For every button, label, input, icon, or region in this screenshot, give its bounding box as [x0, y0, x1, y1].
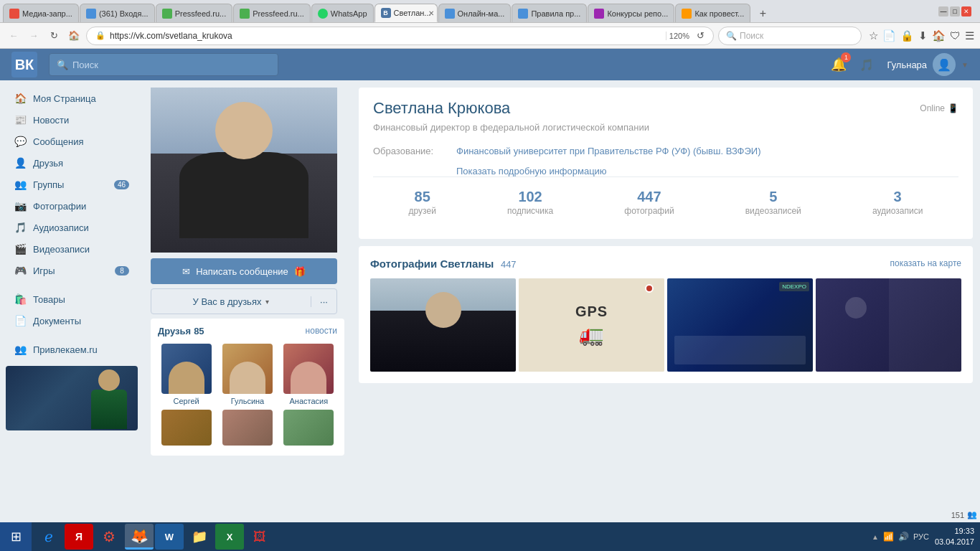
tab-2-label: (361) Входя...	[99, 9, 149, 18]
friend-4[interactable]	[158, 410, 215, 448]
sidebar-promo[interactable]	[6, 366, 138, 430]
sidebar-label-audio: Аудиозаписи	[33, 222, 129, 233]
sidebar-item-audio[interactable]: 🎵 Аудиозаписи	[3, 217, 141, 238]
taskbar-ie[interactable]: ℯ	[34, 524, 63, 550]
tab-10-label: Как провест...	[694, 9, 744, 18]
browser-search-bar[interactable]: 🔍 Поиск	[718, 27, 862, 45]
home-button[interactable]: 🏠	[66, 28, 82, 44]
friend-6[interactable]	[281, 410, 337, 448]
show-on-map-link[interactable]: показать на карте	[890, 258, 962, 268]
profile-photo-inner	[151, 88, 337, 253]
sidebar-label-goods: Товары	[33, 294, 129, 305]
sidebar-item-news[interactable]: 📰 Новости	[3, 109, 141, 131]
education-label: Образование:	[373, 144, 445, 156]
tab-2[interactable]: (361) Входя...	[80, 4, 155, 22]
show-more-link[interactable]: Показать подробную информацию	[456, 166, 958, 176]
stat-videos[interactable]: 5 видеозаписей	[745, 189, 801, 216]
taskbar-explorer[interactable]: 📁	[185, 524, 214, 550]
tab-6-close[interactable]: ✕	[428, 9, 434, 17]
maximize-button[interactable]: □	[950, 6, 960, 17]
systray-up-arrow[interactable]: ▲	[872, 533, 879, 541]
friend-avatar-4	[161, 410, 212, 446]
notifications-button[interactable]: 🔔 1	[831, 57, 847, 72]
pocket-icon[interactable]: 🔒	[900, 29, 914, 42]
sidebar-item-video[interactable]: 🎬 Видеозаписи	[3, 238, 141, 260]
taskbar-firefox[interactable]: 🦊	[125, 524, 154, 550]
new-tab-button[interactable]: +	[754, 5, 771, 22]
date-display: 03.04.2017	[935, 537, 974, 547]
tab-3[interactable]: Pressfeed.ru...	[156, 4, 233, 22]
tab-7[interactable]: Онлайн-ма...	[438, 4, 512, 22]
sidebar-item-groups[interactable]: 👥 Группы 46	[3, 174, 141, 195]
tab-8[interactable]: Правила пр...	[512, 4, 587, 22]
photo-item-1[interactable]	[370, 278, 516, 372]
sidebar-item-messages[interactable]: 💬 Сообщения	[3, 131, 141, 152]
photo-item-3[interactable]: NDEXPО	[667, 278, 813, 372]
friends-novosti-link[interactable]: новости	[306, 326, 337, 336]
photo-item-2[interactable]: GPS 🚛	[519, 278, 664, 372]
back-button[interactable]: ←	[6, 28, 22, 44]
photo-item-4[interactable]	[816, 278, 961, 372]
music-button[interactable]: 🎵	[859, 58, 874, 72]
tab-7-favicon	[445, 9, 455, 19]
education-value[interactable]: Финансовый университет при Правительстве…	[456, 144, 761, 159]
friend-gulsina[interactable]: Гульсина	[219, 344, 275, 405]
taskbar-app3[interactable]: ⚙	[95, 524, 123, 550]
taskbar-excel[interactable]: X	[215, 524, 244, 550]
vk-search-bar[interactable]: 🔍 Поиск	[49, 53, 278, 76]
tab-4[interactable]: Pressfeed.ru...	[233, 4, 311, 22]
minimize-button[interactable]: —	[938, 6, 948, 17]
browser-toolbar-icons: ☆ 📄 🔒 ⬇ 🏠 🛡 ☰	[869, 29, 974, 42]
reader-icon[interactable]: 📄	[882, 29, 896, 42]
forward-button[interactable]: →	[26, 28, 42, 44]
shield-icon[interactable]: 🛡	[950, 29, 961, 42]
sidebar-item-friends[interactable]: 👤 Друзья	[3, 152, 141, 174]
friend-btn-main[interactable]: У Вас в друзьях ▾	[151, 296, 311, 307]
friend-anastasia[interactable]: Анастасия	[281, 344, 337, 405]
friend-5[interactable]	[219, 410, 275, 448]
stat-subscribers[interactable]: 102 подписчика	[507, 189, 553, 216]
tab-whatsapp[interactable]: WhatsApp	[311, 4, 374, 22]
stat-friends[interactable]: 85 друзей	[409, 189, 436, 216]
sidebar-item-goods[interactable]: 🛍️ Товары	[3, 288, 141, 310]
tab-1[interactable]: Медиа-запр...	[3, 4, 79, 22]
sidebar-item-photos[interactable]: 📷 Фотографии	[3, 195, 141, 217]
friend-name-sergey: Сергей	[158, 397, 215, 405]
tab-10[interactable]: Как провест...	[675, 4, 750, 22]
menu-icon[interactable]: ☰	[965, 29, 974, 42]
taskbar-apps: ℯ Я ⚙ 🦊 W 📁 X 🖼	[32, 524, 277, 550]
taskbar-word[interactable]: W	[155, 524, 184, 550]
sidebar-item-games[interactable]: 🎮 Игры 8	[3, 260, 141, 281]
vk-logo[interactable]: ВК	[11, 52, 37, 77]
url-bar[interactable]: 🔒 https://vk.com/svetlana_krukova 120% ↺	[86, 27, 714, 45]
tab-6-favicon: В	[381, 8, 391, 18]
main-layout: 🏠 Моя Страница 📰 Новости 💬 Сообщения 👤 Д…	[0, 80, 980, 551]
friend-button[interactable]: У Вас в друзьях ▾ ···	[151, 288, 337, 314]
friend-sergey[interactable]: Сергей	[158, 344, 215, 405]
volume-icon[interactable]: 🔊	[898, 532, 909, 542]
sidebar-item-privlekaem[interactable]: 👥 Привлекаем.ru	[3, 339, 141, 360]
write-message-button[interactable]: ✉ Написать сообщение 🎁	[151, 258, 337, 284]
gift-icon[interactable]: 🎁	[294, 266, 306, 277]
tab-6-label: Светлан...	[394, 9, 431, 17]
tab-9[interactable]: Конкурсы репо...	[588, 4, 674, 22]
message-icon: ✉	[182, 266, 190, 277]
taskbar-app8[interactable]: 🖼	[245, 524, 274, 550]
url-reload-icon[interactable]: ↺	[697, 30, 705, 41]
tab-vk[interactable]: В Светлан... ✕	[374, 4, 438, 22]
user-menu[interactable]: Гульнара 👤 ▼	[887, 53, 969, 76]
refresh-button[interactable]: ↻	[46, 28, 62, 44]
bookmarks-icon[interactable]: ☆	[869, 29, 878, 42]
lock-icon: 🔒	[95, 31, 105, 40]
stat-audio[interactable]: 3 аудиозаписи	[872, 189, 923, 216]
taskbar-yandex[interactable]: Я	[65, 524, 93, 550]
home-icon: 🏠	[14, 93, 26, 104]
stat-photos[interactable]: 447 фотографий	[624, 189, 674, 216]
home-nav-icon[interactable]: 🏠	[932, 29, 946, 42]
download-icon[interactable]: ⬇	[918, 29, 928, 42]
close-button[interactable]: ✕	[961, 6, 971, 17]
start-button[interactable]: ⊞	[0, 522, 32, 551]
sidebar-item-docs[interactable]: 📄 Документы	[3, 310, 141, 331]
friend-btn-more[interactable]: ···	[311, 296, 336, 307]
sidebar-item-my-page[interactable]: 🏠 Моя Страница	[3, 88, 141, 109]
